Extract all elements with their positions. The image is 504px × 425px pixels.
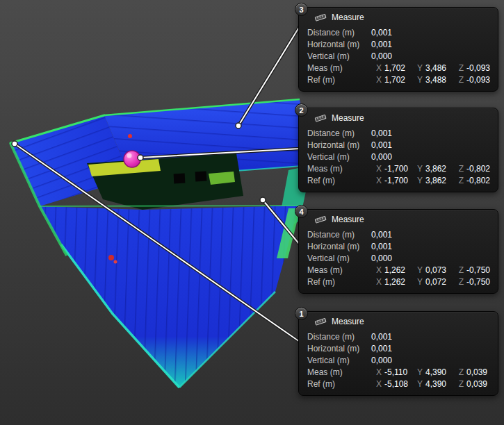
ref-row: Ref (m)X-1,700Y3,862Z-0,802 xyxy=(299,174,498,186)
meas-row: Meas (m)X-5,110Y4,390Z0,039 xyxy=(299,366,498,378)
ruler-icon xyxy=(314,114,327,122)
building-courtyard xyxy=(87,153,243,210)
sphere-marker[interactable] xyxy=(124,151,140,167)
ref-row: Ref (m)X1,262Y0,072Z-0,750 xyxy=(299,276,498,288)
measure-badge-4: 4 xyxy=(295,205,308,218)
vertical-row: Vertical (m)0,000 xyxy=(299,354,498,366)
measure-panel-4[interactable]: 4 Measure Distance (m)0,001 Horizontal (… xyxy=(298,209,498,294)
distance-row: Distance (m)0,001 xyxy=(299,26,498,38)
panel-title-label: Measure xyxy=(332,317,364,326)
meas-row: Meas (m)X1,262Y0,073Z-0,750 xyxy=(299,264,498,276)
distance-row: Distance (m)0,001 xyxy=(299,127,498,139)
measure-panel-1[interactable]: 1 Measure Distance (m)0,001 Horizontal (… xyxy=(298,311,498,396)
panel-title: Measure xyxy=(299,312,498,331)
ref-row: Ref (m)X-5,108Y4,390Z0,039 xyxy=(299,378,498,390)
meas-row: Meas (m)X1,702Y3,486Z-0,093 xyxy=(299,62,498,74)
ref-row: Ref (m)X1,702Y3,488Z-0,093 xyxy=(299,74,498,85)
measure-badge-3: 3 xyxy=(295,3,308,16)
measure-badge-1: 1 xyxy=(295,307,308,320)
measure-panel-2[interactable]: 2 Measure Distance (m)0,001 Horizontal (… xyxy=(298,108,498,192)
horizontal-row: Horizontal (m)0,001 xyxy=(299,240,498,252)
horizontal-row: Horizontal (m)0,001 xyxy=(299,342,498,354)
vertical-row: Vertical (m)0,000 xyxy=(299,252,498,264)
ruler-icon xyxy=(314,13,327,22)
vertical-row: Vertical (m)0,000 xyxy=(299,151,498,162)
horizontal-row: Horizontal (m)0,001 xyxy=(299,139,498,151)
vertical-row: Vertical (m)0,000 xyxy=(299,50,498,62)
measure-panel-3[interactable]: 3 Measure Distance (m)0,001 Horizontal (… xyxy=(298,7,498,92)
meas-row: Meas (m)X-1,700Y3,862Z-0,802 xyxy=(299,162,498,174)
panel-title: Measure xyxy=(299,108,498,127)
panel-title: Measure xyxy=(299,8,498,26)
panel-title-label: Measure xyxy=(332,215,364,224)
viewport-3d[interactable]: 3 Measure Distance (m)0,001 Horizontal (… xyxy=(0,0,504,425)
panel-title-label: Measure xyxy=(332,113,364,123)
distance-row: Distance (m)0,001 xyxy=(299,331,498,342)
measure-badge-2: 2 xyxy=(295,103,308,117)
ruler-icon xyxy=(314,215,327,224)
ruler-icon xyxy=(314,317,327,326)
distance-row: Distance (m)0,001 xyxy=(299,228,498,240)
panel-title: Measure xyxy=(299,210,498,228)
panel-title-label: Measure xyxy=(332,12,364,22)
horizontal-row: Horizontal (m)0,001 xyxy=(299,38,498,50)
